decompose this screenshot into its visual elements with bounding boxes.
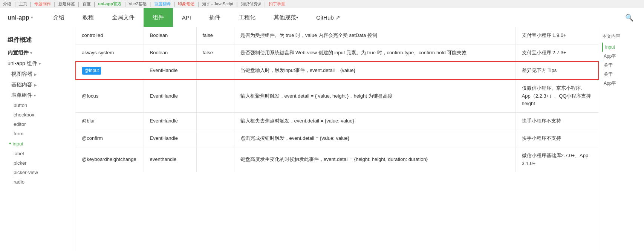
cell-focus-platform: 仅微信小程序、京东小程序、App（2.2.3+）、QQ小程序支持 height	[516, 80, 598, 113]
browser-tab-baidu[interactable]: 百度	[83, 1, 91, 7]
sidebar-item-button[interactable]: button	[0, 101, 75, 110]
sidebar-group-builtin-arrow: ▾	[30, 51, 32, 55]
sidebar-item-basic-content[interactable]: 基础内容 ▶	[0, 80, 75, 90]
nav-item-api[interactable]: API	[173, 8, 200, 27]
nav-item-intro[interactable]: 介绍	[44, 8, 73, 27]
browser-tab-special[interactable]: 专题制作	[34, 1, 51, 7]
browser-tab-zhihu[interactable]: 知乎 - JavaScript	[202, 1, 233, 7]
cell-input-event-name: @input	[76, 62, 144, 80]
sidebar-item-label[interactable]: label	[0, 149, 75, 158]
table-row-always-system: always-system Boolean false 是否强制使用系统键盘和 …	[76, 44, 598, 61]
cell-keyboard-platform: 微信小程序基础库2.7.0+、App 3.1.0+	[516, 147, 598, 172]
table-row-focus: @focus EventHandle 输入框聚焦时触发，event.detail…	[76, 80, 598, 113]
sidebar-item-picker[interactable]: picker	[0, 158, 75, 168]
sidebar-item-view-label: 视图容器	[11, 71, 32, 78]
nav-item-plugins[interactable]: 插件	[200, 8, 229, 27]
navbar-brand[interactable]: uni-app ▾	[8, 14, 33, 21]
sidebar-item-radio[interactable]: radio	[0, 177, 75, 187]
browser-tab-vue[interactable]: Vue2基础	[129, 1, 147, 7]
cell-keyboard-type: eventhandle	[144, 147, 196, 172]
cell-controlled-name: controlled	[76, 27, 144, 44]
cell-blur-platform: 快手小程序不支持	[516, 113, 598, 130]
sidebar-subgroup-arrow: ▾	[39, 62, 41, 66]
toc-item-about2[interactable]: 关于	[602, 70, 641, 79]
sidebar-group-builtin-label: 内置组件	[8, 49, 29, 56]
table-row-keyboard: @keyboardheightchange eventhandle 键盘高度发生…	[76, 147, 598, 172]
nav-item-components[interactable]: 组件	[144, 8, 173, 27]
nav-item-other[interactable]: 其他规范	[265, 8, 307, 27]
table-row-blur: @blur EventHandle 输入框失去焦点时触发，event.detai…	[76, 113, 598, 130]
main-layout: 组件概述 内置组件 ▾ uni-app 组件 ▾ 视图容器 ▶ 基础内容 ▶ 表…	[0, 27, 644, 251]
sidebar-item-basic-arrow: ▶	[34, 83, 37, 87]
cell-confirm-name: @confirm	[76, 130, 144, 147]
toc-sidebar: 本文内容 input App平 关于 关于 App平	[599, 27, 644, 251]
nav-item-global[interactable]: 全局文件	[103, 8, 144, 27]
cell-confirm-platform: 快手小程序不支持	[516, 130, 598, 147]
table-row-confirm: @confirm EventHandle 点击完成按钮时触发，event.det…	[76, 130, 598, 147]
browser-tab-home[interactable]: 主页	[19, 1, 27, 7]
sidebar-item-editor[interactable]: editor	[0, 119, 75, 129]
sidebar-item-picker-view[interactable]: picker-view	[0, 168, 75, 177]
cell-blur-default	[196, 113, 234, 130]
cell-focus-name: @focus	[76, 80, 144, 113]
cell-confirm-desc: 点击完成按钮时触发，event.detail = {value: value}	[234, 130, 516, 147]
toc-item-app1[interactable]: App平	[602, 52, 641, 61]
cell-keyboard-desc: 键盘高度发生变化的时候触发此事件，event.detail = {height:…	[234, 147, 516, 172]
navbar: uni-app ▾ 介绍 教程 全局文件 组件 API 插件 工程化 其他规范 …	[0, 8, 644, 27]
toc-title: 本文内容	[602, 33, 641, 40]
sidebar-item-form[interactable]: form	[0, 129, 75, 138]
brand-text: uni-app	[8, 14, 29, 21]
cell-focus-type: EventHandle	[144, 80, 196, 113]
cell-controlled-desc: 是否为受控组件。为 true 时，value 内容会完全受 setData 控制	[234, 27, 516, 44]
cell-always-system-type: Boolean	[144, 44, 196, 61]
search-icon[interactable]: 🔍	[622, 14, 636, 22]
browser-tab-translate[interactable]: 百度翻译	[154, 1, 171, 7]
cell-always-system-platform: 支付宝小程序 2.7.3+	[516, 44, 598, 61]
sidebar-group-builtin[interactable]: 内置组件 ▾	[0, 47, 75, 58]
sidebar-item-form-group[interactable]: 表单组件 ▾	[0, 90, 75, 101]
cell-controlled-platform: 支付宝小程序 1.9.0+	[516, 27, 598, 44]
browser-bar: 介绍 | 主页 | 专题制作 | 新建标签 | 百度 | uni-app官方 |…	[0, 0, 644, 8]
cell-controlled-type: Boolean	[144, 27, 196, 44]
sidebar: 组件概述 内置组件 ▾ uni-app 组件 ▾ 视图容器 ▶ 基础内容 ▶ 表…	[0, 27, 75, 251]
input-event-tag: @input	[82, 67, 101, 75]
cell-always-system-desc: 是否强制使用系统键盘和 Web-view 创建的 input 元素。为 true…	[234, 44, 516, 61]
sidebar-item-form-label: 表单组件	[11, 92, 32, 99]
cell-blur-name: @blur	[76, 113, 144, 130]
cell-focus-default	[196, 80, 234, 113]
sidebar-item-checkbox[interactable]: checkbox	[0, 110, 75, 119]
cell-confirm-default	[196, 130, 234, 147]
toc-item-app2[interactable]: App平	[602, 79, 641, 88]
cell-blur-desc: 输入框失去焦点时触发，event.detail = {value: value}	[234, 113, 516, 130]
cell-input-event-platform: 差异见下方 Tips	[516, 62, 598, 80]
cell-input-event-type: EventHandle	[144, 62, 196, 80]
sidebar-item-view-arrow: ▶	[34, 72, 37, 77]
nav-item-engineering[interactable]: 工程化	[229, 8, 265, 27]
cell-focus-desc: 输入框聚焦时触发，event.detail = { value, height …	[234, 80, 516, 113]
cell-keyboard-default	[196, 147, 234, 172]
cell-always-system-default: false	[196, 44, 234, 61]
browser-tab-new[interactable]: 新建标签	[58, 1, 75, 7]
nav-item-github[interactable]: GitHub ↗	[307, 8, 349, 27]
sidebar-subgroup-label: uni-app 组件	[8, 60, 37, 67]
browser-tab-yinxiang[interactable]: 印象笔记	[178, 1, 194, 7]
cell-blur-type: EventHandle	[144, 113, 196, 130]
content-area: controlled Boolean false 是否为受控组件。为 true …	[75, 27, 599, 251]
browser-tab-uniapp[interactable]: uni-app官方	[98, 1, 121, 7]
browser-tab-kouding[interactable]: 扣丁学堂	[269, 1, 285, 7]
cell-always-system-name: always-system	[76, 44, 144, 61]
sidebar-item-form-arrow: ▾	[34, 93, 36, 98]
browser-tab-kecheng[interactable]: 知识付费课	[241, 1, 262, 7]
main-nav: 介绍 教程 全局文件 组件 API 插件 工程化 其他规范 GitHub ↗	[44, 8, 622, 27]
toc-item-about1[interactable]: 关于	[602, 61, 641, 70]
table-row-controlled: controlled Boolean false 是否为受控组件。为 true …	[76, 27, 598, 44]
nav-item-tutorial[interactable]: 教程	[73, 8, 103, 27]
table-row-input-event: @input EventHandle 当键盘输入时，触发input事件，even…	[76, 62, 598, 80]
sidebar-subgroup-uniapp[interactable]: uni-app 组件 ▾	[0, 58, 75, 69]
cell-confirm-type: EventHandle	[144, 130, 196, 147]
browser-tab-intro[interactable]: 介绍	[3, 1, 11, 7]
toc-item-input[interactable]: input	[602, 43, 641, 52]
sidebar-item-input[interactable]: input	[0, 138, 75, 149]
cell-controlled-default: false	[196, 27, 234, 44]
sidebar-item-view-container[interactable]: 视图容器 ▶	[0, 69, 75, 80]
